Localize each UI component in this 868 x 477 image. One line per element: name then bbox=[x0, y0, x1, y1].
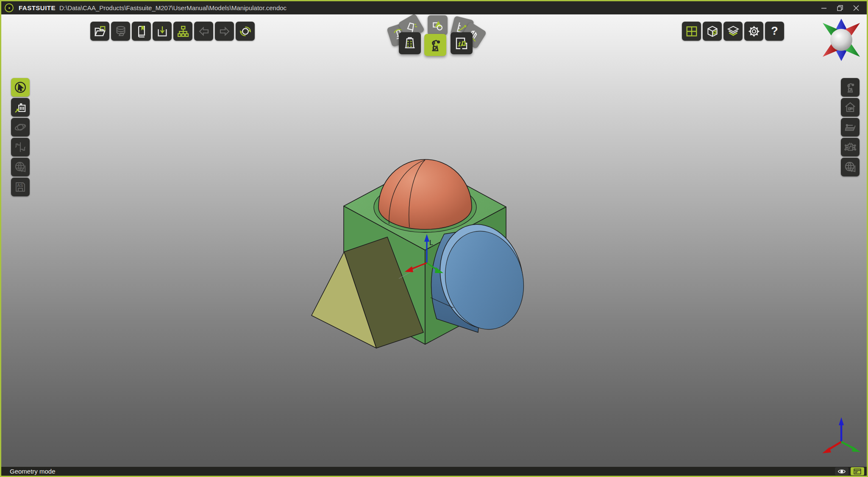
viewport-layout-button[interactable] bbox=[682, 22, 701, 41]
world-document-icon bbox=[844, 161, 857, 173]
orbit-icon bbox=[14, 121, 27, 134]
left-rail: AS bbox=[11, 78, 30, 196]
back-arrow-icon bbox=[198, 25, 210, 38]
world-document-button[interactable] bbox=[11, 158, 30, 176]
fixture-mode-icon bbox=[403, 36, 417, 50]
workcell-mode-icon bbox=[454, 36, 469, 50]
console-panel-button[interactable] bbox=[851, 467, 864, 475]
robot-mode-button[interactable] bbox=[424, 34, 446, 56]
window-controls bbox=[818, 3, 867, 13]
settings-gear-icon bbox=[748, 25, 760, 38]
robot-arm-icon bbox=[844, 81, 857, 94]
viewport-3d[interactable]: L bbox=[1, 14, 867, 467]
document-book-button[interactable] bbox=[132, 22, 151, 41]
fixture-mode-button[interactable] bbox=[399, 32, 421, 54]
app-name: FASTSUITE bbox=[19, 4, 56, 11]
select-mode-button[interactable] bbox=[11, 78, 30, 97]
right-rail bbox=[841, 78, 860, 176]
import-machine-icon bbox=[14, 101, 27, 114]
chip-robot-icon bbox=[844, 141, 857, 153]
restore-button[interactable] bbox=[834, 3, 846, 13]
hierarchy-tree-icon bbox=[177, 25, 189, 38]
help-icon: ? bbox=[771, 25, 778, 37]
help-button[interactable]: ? bbox=[765, 22, 784, 41]
world-library-button[interactable] bbox=[841, 158, 860, 176]
orbit-button[interactable] bbox=[11, 118, 30, 137]
back-button[interactable] bbox=[194, 22, 213, 41]
application-window: FASTSUITE D:\Data\CAA_Products\Fastsuite… bbox=[0, 0, 868, 477]
document-path: D:\Data\CAA_Products\Fastsuite_M207\User… bbox=[59, 4, 287, 11]
minimize-button[interactable] bbox=[818, 3, 830, 13]
world-axes-triad bbox=[822, 417, 860, 453]
mode-cluster bbox=[388, 15, 486, 60]
app-logo-icon bbox=[5, 3, 14, 12]
robot-library-button[interactable] bbox=[841, 78, 860, 97]
home-button[interactable] bbox=[841, 98, 860, 117]
positioner-button[interactable] bbox=[841, 118, 860, 137]
minimize-icon bbox=[820, 4, 828, 12]
open-folder-icon bbox=[94, 25, 106, 38]
connect-icon bbox=[14, 141, 27, 153]
eye-icon bbox=[837, 468, 846, 475]
view-cube-button[interactable] bbox=[703, 22, 722, 41]
positioner-icon bbox=[844, 121, 857, 134]
view-toolbar: ? bbox=[682, 22, 784, 41]
restore-icon bbox=[836, 4, 844, 12]
status-bar: Geometry mode bbox=[1, 467, 867, 476]
document-book-icon bbox=[135, 25, 148, 38]
open-document-button[interactable] bbox=[90, 22, 109, 41]
controller-button[interactable] bbox=[841, 138, 860, 156]
import-document-button[interactable] bbox=[153, 22, 172, 41]
save-as-button[interactable]: AS bbox=[11, 178, 30, 196]
console-panel-icon bbox=[853, 468, 862, 475]
connect-button[interactable] bbox=[11, 138, 30, 156]
status-mode-text: Geometry mode bbox=[10, 468, 56, 475]
shapes-mode-icon bbox=[431, 19, 444, 32]
file-toolbar bbox=[90, 22, 255, 41]
navigation-compass[interactable] bbox=[819, 18, 863, 62]
world-document-icon bbox=[14, 161, 27, 173]
import-machine-button[interactable] bbox=[11, 98, 30, 117]
database-button[interactable] bbox=[111, 22, 130, 41]
save-as-label: AS bbox=[17, 183, 23, 188]
blue-cylinder[interactable] bbox=[430, 216, 533, 338]
workcell-mode-button[interactable] bbox=[451, 32, 473, 54]
forward-arrow-icon bbox=[218, 25, 231, 38]
origin-triad-label: L bbox=[429, 239, 433, 246]
update-button[interactable] bbox=[236, 22, 255, 41]
layers-button[interactable] bbox=[723, 22, 743, 41]
viewport-layout-icon bbox=[685, 25, 698, 38]
status-bar-icons bbox=[835, 467, 867, 475]
close-icon bbox=[852, 4, 860, 12]
visibility-toggle-button[interactable] bbox=[835, 467, 849, 475]
home-icon bbox=[844, 101, 857, 114]
shapes-mode-button[interactable] bbox=[428, 15, 448, 35]
select-cursor-icon bbox=[14, 81, 27, 94]
robot-mode-icon bbox=[428, 37, 443, 53]
update-sync-icon bbox=[239, 25, 252, 38]
orange-hemisphere[interactable] bbox=[374, 159, 476, 232]
scene-canvas[interactable]: L bbox=[0, 0, 868, 477]
hierarchy-button[interactable] bbox=[173, 22, 192, 41]
layers-icon bbox=[727, 25, 740, 38]
view-cube-icon bbox=[706, 25, 719, 38]
forward-button[interactable] bbox=[215, 22, 234, 41]
compass-icon bbox=[819, 18, 863, 62]
import-document-icon bbox=[156, 25, 169, 38]
database-icon bbox=[114, 25, 127, 38]
close-button[interactable] bbox=[850, 3, 862, 13]
settings-button[interactable] bbox=[744, 22, 763, 41]
title-bar: FASTSUITE D:\Data\CAA_Products\Fastsuite… bbox=[1, 1, 867, 14]
save-as-icon: AS bbox=[14, 181, 27, 193]
